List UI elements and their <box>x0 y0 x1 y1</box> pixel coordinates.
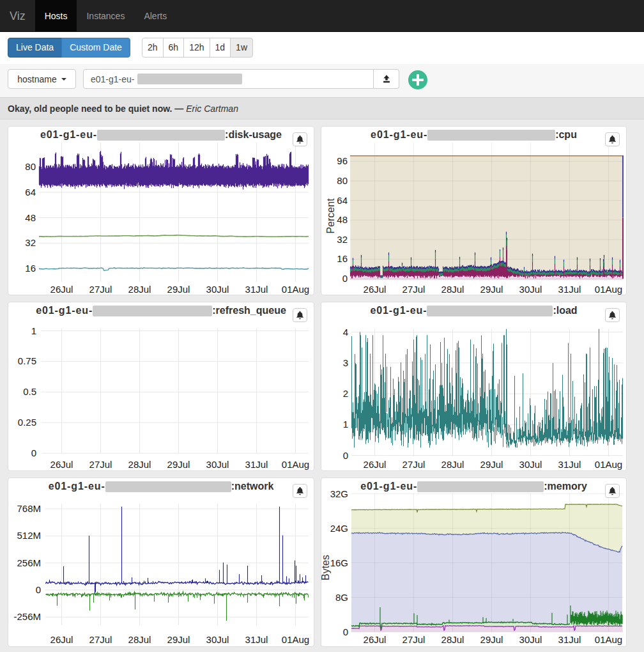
svg-text:27Jul: 27Jul <box>89 459 112 470</box>
svg-text:29Jul: 29Jul <box>480 284 503 295</box>
svg-text:0.75: 0.75 <box>18 355 36 366</box>
svg-text:16: 16 <box>337 253 348 264</box>
svg-text:64: 64 <box>337 195 348 206</box>
svg-text:32: 32 <box>25 237 36 248</box>
svg-text:29Jul: 29Jul <box>167 634 190 645</box>
svg-text:48: 48 <box>25 212 36 223</box>
svg-text:01Aug: 01Aug <box>595 634 622 645</box>
svg-text:30Jul: 30Jul <box>206 284 229 295</box>
svg-text:-256M: -256M <box>13 611 41 622</box>
svg-text:01Aug: 01Aug <box>282 634 309 645</box>
svg-text:31Jul: 31Jul <box>558 634 581 645</box>
svg-text:01Aug: 01Aug <box>595 459 622 470</box>
svg-text:01Aug: 01Aug <box>282 459 309 470</box>
svg-text:512M: 512M <box>17 530 41 541</box>
svg-text:27Jul: 27Jul <box>89 284 112 295</box>
svg-text:26Jul: 26Jul <box>364 634 387 645</box>
svg-text:2: 2 <box>343 388 348 399</box>
svg-text:24G: 24G <box>330 523 348 534</box>
svg-text:0.5: 0.5 <box>23 386 36 397</box>
svg-text:0: 0 <box>343 450 348 461</box>
svg-text:29Jul: 29Jul <box>480 634 503 645</box>
svg-text:96: 96 <box>337 155 348 166</box>
svg-text:27Jul: 27Jul <box>402 634 425 645</box>
svg-text:29Jul: 29Jul <box>167 459 190 470</box>
svg-text:26Jul: 26Jul <box>364 459 387 470</box>
svg-text:4: 4 <box>343 327 348 338</box>
svg-text:0: 0 <box>342 273 348 284</box>
svg-text:48: 48 <box>337 214 348 225</box>
svg-text:31Jul: 31Jul <box>558 284 581 295</box>
svg-text:0.25: 0.25 <box>18 417 36 428</box>
svg-text:30Jul: 30Jul <box>206 459 229 470</box>
svg-text:29Jul: 29Jul <box>167 284 190 295</box>
svg-text:26Jul: 26Jul <box>50 459 73 470</box>
svg-text:27Jul: 27Jul <box>402 459 425 470</box>
svg-text:Percent: Percent <box>325 198 336 234</box>
svg-text:30Jul: 30Jul <box>519 634 542 645</box>
svg-text:3: 3 <box>343 357 348 368</box>
svg-text:28Jul: 28Jul <box>128 459 151 470</box>
svg-text:32: 32 <box>337 234 348 245</box>
svg-text:26Jul: 26Jul <box>50 284 73 295</box>
svg-text:30Jul: 30Jul <box>206 634 229 645</box>
svg-text:16: 16 <box>25 263 36 274</box>
svg-text:26Jul: 26Jul <box>50 634 73 645</box>
svg-text:256M: 256M <box>17 557 41 568</box>
svg-text:01Aug: 01Aug <box>595 284 622 295</box>
svg-text:28Jul: 28Jul <box>441 459 464 470</box>
svg-text:Bytes: Bytes <box>321 555 331 580</box>
svg-text:0: 0 <box>36 584 41 595</box>
svg-text:768M: 768M <box>17 503 41 514</box>
svg-text:64: 64 <box>25 187 36 198</box>
svg-text:27Jul: 27Jul <box>402 284 425 295</box>
svg-text:8G: 8G <box>335 592 348 603</box>
svg-text:26Jul: 26Jul <box>364 284 387 295</box>
svg-text:28Jul: 28Jul <box>128 284 151 295</box>
svg-text:28Jul: 28Jul <box>128 634 151 645</box>
svg-text:0: 0 <box>31 447 36 458</box>
svg-text:31Jul: 31Jul <box>245 634 268 645</box>
svg-text:30Jul: 30Jul <box>519 284 542 295</box>
svg-text:28Jul: 28Jul <box>441 284 464 295</box>
svg-text:80: 80 <box>337 175 348 186</box>
svg-text:1: 1 <box>31 325 36 336</box>
svg-text:30Jul: 30Jul <box>519 459 542 470</box>
svg-text:16G: 16G <box>330 557 348 568</box>
svg-text:01Aug: 01Aug <box>282 284 309 295</box>
svg-text:27Jul: 27Jul <box>89 634 112 645</box>
svg-text:0: 0 <box>343 626 348 637</box>
svg-text:80: 80 <box>25 161 36 172</box>
svg-text:29Jul: 29Jul <box>480 459 503 470</box>
svg-text:31Jul: 31Jul <box>558 459 581 470</box>
svg-text:31Jul: 31Jul <box>245 284 268 295</box>
svg-text:28Jul: 28Jul <box>441 634 464 645</box>
svg-text:1: 1 <box>343 419 348 430</box>
svg-text:31Jul: 31Jul <box>245 459 268 470</box>
